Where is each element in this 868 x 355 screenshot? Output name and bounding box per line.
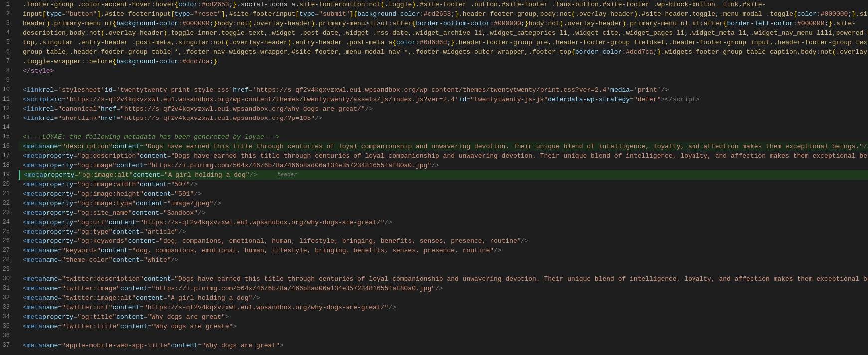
code-line-11: <script src='https://s-qf2v4kqxvzxwl.eu1…	[19, 95, 868, 104]
token: =	[160, 170, 164, 180]
token: >	[225, 312, 229, 322]
token: .header-footer-group pre,.header-footer-…	[455, 38, 868, 47]
token: .overlay-header	[105, 28, 163, 38]
code-line-36	[19, 331, 868, 341]
token: <meta	[23, 227, 42, 237]
token: =	[315, 9, 319, 19]
token: :	[793, 19, 797, 28]
token: <meta	[23, 246, 42, 255]
token: />	[494, 246, 502, 255]
token: "Why dogs are greate"	[152, 322, 233, 331]
code-editor[interactable]: .footer-group .color-accent-hover:hover …	[19, 0, 868, 355]
token: .widget_categories li	[486, 28, 568, 38]
token: ,	[101, 9, 105, 19]
token: >	[365, 19, 369, 28]
token: }	[451, 38, 455, 47]
line-num-12: 12	[0, 104, 15, 114]
token: ;	[848, 9, 852, 19]
token: #site-header	[642, 9, 689, 19]
token: =	[58, 284, 62, 293]
token: name	[42, 255, 58, 265]
line-num-26: 26	[0, 237, 15, 246]
token: #000000	[182, 19, 210, 28]
token: .footer-group .color-accent-hover	[23, 0, 151, 9]
editor-container: 1 2 3 4 5 6 7 8 9 10 11 12 13 14 15 16 1…	[0, 0, 868, 355]
token: header	[277, 170, 297, 180]
line-num-11: 11	[0, 95, 15, 104]
token: name	[42, 293, 58, 303]
token: }	[852, 9, 856, 19]
token: ]	[350, 9, 354, 19]
token: )	[412, 0, 416, 9]
token: =	[155, 237, 159, 246]
token: content	[116, 312, 144, 322]
token: "twitter:description"	[62, 274, 144, 284]
token: .widget_pages li	[622, 28, 685, 38]
token: 'stylesheet'	[58, 85, 105, 95]
token: "twitter:title"	[62, 322, 120, 331]
token: top,.singular .entry-header .post-meta,.…	[23, 38, 209, 47]
line-num-10: 10	[0, 85, 15, 95]
token: content	[136, 199, 163, 208]
token: {	[571, 47, 575, 57]
token: name	[42, 142, 58, 151]
token: "twentytwenty-js-js"	[470, 95, 548, 104]
token: property	[42, 237, 73, 246]
token: .widget_nav_menu li	[750, 28, 824, 38]
token: {	[793, 9, 797, 19]
token: #site-footer	[229, 9, 276, 19]
line-num-21: 21	[0, 189, 15, 199]
line-num-9: 9	[0, 76, 15, 85]
token: />	[385, 218, 393, 227]
token: <meta	[23, 208, 42, 218]
token: before	[89, 57, 113, 66]
token: (	[571, 9, 575, 19]
token: href	[101, 114, 116, 123]
token: body	[528, 19, 544, 28]
token: .overlay-header	[252, 19, 311, 28]
token: )	[634, 9, 638, 19]
token: />	[250, 170, 258, 180]
token: >	[280, 341, 284, 350]
token: ,	[408, 28, 412, 38]
token: li	[369, 19, 377, 28]
token: )	[288, 38, 292, 47]
code-line-37: <meta name="apple-mobile-web-app-title" …	[19, 341, 868, 350]
token: input	[152, 9, 171, 19]
token: =	[58, 142, 62, 151]
token: content	[144, 189, 171, 199]
token: #site-	[742, 0, 766, 9]
token: property	[42, 312, 73, 322]
token: "og:image:type"	[77, 199, 136, 208]
line-num-29: 29	[0, 265, 15, 274]
token: content	[133, 170, 160, 180]
token: :	[389, 19, 393, 28]
code-line-4: description,body:not(.overlay-header) .t…	[19, 28, 868, 38]
token: "twitter:image:alt"	[62, 293, 136, 303]
token: "reset"	[194, 9, 221, 19]
token: not	[369, 0, 380, 9]
token: type	[174, 9, 190, 19]
code-line-13: <link rel="shortlink" href="https://s-qf…	[19, 114, 868, 123]
token: =	[62, 9, 66, 19]
token: =	[73, 151, 77, 161]
line-num-33: 33	[0, 303, 15, 312]
line-num-24: 24	[0, 218, 15, 227]
code-line-20: <meta property="og:image:width" content=…	[19, 180, 868, 189]
token: .	[832, 19, 836, 28]
token: =	[58, 274, 62, 284]
token: =	[136, 218, 140, 227]
token: =	[163, 293, 167, 303]
token: "theme-color"	[62, 255, 112, 265]
token: ,	[715, 9, 719, 19]
token: ,	[482, 28, 486, 38]
token: :	[178, 57, 182, 66]
token: =	[58, 293, 62, 303]
token: =	[73, 218, 77, 227]
token: rel	[42, 104, 54, 114]
token: "keywords"	[62, 246, 101, 255]
token: =	[54, 85, 58, 95]
token: <meta	[23, 341, 42, 350]
token: =	[466, 95, 470, 104]
token: ;	[824, 19, 828, 28]
